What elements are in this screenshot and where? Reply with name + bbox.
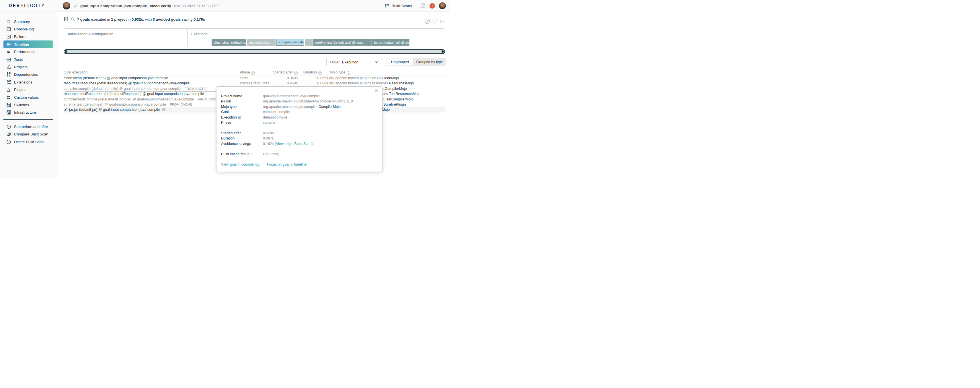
view-goal-in-console-log-link[interactable]: View goal in console log	[221, 163, 259, 166]
sidebar-item-extensions[interactable]: Extensions	[3, 78, 53, 86]
table-row[interactable]: resources:resources (default-resources) …	[64, 81, 445, 86]
sidebar-item-label: Delete Build Scan	[14, 140, 44, 144]
sidebar-item-label: Compare Build Scan	[14, 132, 48, 136]
sidebar-item-label: See before and after	[14, 125, 48, 129]
sidebar-item-failure[interactable]: Failure	[3, 33, 53, 40]
help-icon[interactable]: ?	[251, 71, 255, 75]
build-scan-doc-icon	[64, 17, 68, 22]
slider-handle-left[interactable]	[65, 50, 67, 53]
phase-cell: clean	[240, 75, 248, 81]
sidebar-item-delete-build-scan[interactable]: Delete Build Scan	[3, 138, 53, 145]
order-select[interactable]: Order: Execution	[326, 57, 382, 66]
sidebar-item-projects[interactable]: Projects	[3, 63, 53, 70]
field-value: 0.528s	[263, 131, 274, 136]
alert-badge-icon[interactable]: !	[430, 3, 435, 9]
goal-cell: compiler:testCompile (default-testCompil…	[64, 97, 220, 102]
timeline-bar-clean-clean[interactable]: clean:clean (default-c...	[212, 39, 246, 46]
sidebar-item-performance[interactable]: Performance	[3, 48, 53, 56]
timeline-zoom-controls	[424, 18, 445, 24]
sidebar-item-timeline[interactable]: Timeline	[3, 40, 53, 48]
fit-width-icon[interactable]	[440, 18, 445, 24]
build-title-group: goal-input-comparison-java-compile clean…	[63, 0, 219, 11]
sidebar-item-summary[interactable]: Summary	[3, 18, 53, 25]
build-scans-nav[interactable]: Build Scans	[385, 3, 412, 8]
goal-label: resources:resources (default-resources) …	[64, 81, 189, 86]
expand-icon[interactable]	[162, 108, 166, 112]
sidebar-item-infrastructure[interactable]: Infrastructure	[3, 109, 53, 116]
timeline-bar-compiler-compile[interactable]: compiler:compile (de...	[277, 39, 304, 46]
sidebar-item-tests[interactable]: Tests	[3, 56, 53, 63]
sidebar-item-label: Tests	[14, 57, 23, 62]
ungrouped-button[interactable]: Ungrouped	[387, 59, 413, 65]
field-value: goal-input-comparison-java-compile	[263, 94, 320, 99]
duration-cell: 0.099s	[298, 75, 328, 81]
sidebar-item-label: Switches	[14, 103, 29, 107]
close-icon[interactable]: ✕	[374, 88, 378, 93]
slider-handle-right[interactable]	[442, 50, 444, 53]
started-after-cell: 0.360s	[262, 75, 298, 81]
from-cache-badge: FROM-CACHE	[185, 86, 207, 91]
summary-segment: in	[127, 17, 132, 22]
develocity-timeline-page: DEVELOCITY goal-input-comparison-java-co…	[0, 0, 450, 178]
help-icon[interactable]: ?	[347, 71, 350, 75]
zoom-in-icon[interactable]	[424, 18, 430, 24]
custom-values-icon	[6, 95, 11, 100]
plugins-icon	[6, 87, 11, 92]
goal-cell: compiler:compile (default-compile) @ goa…	[64, 86, 207, 91]
timeline-band: Initialization & configuration Execution…	[64, 29, 445, 47]
field-label: Build cache result›	[221, 152, 263, 157]
sidebar-item-label: Dependencies	[14, 72, 38, 77]
projects-icon	[6, 65, 11, 69]
zoom-out-icon[interactable]	[432, 18, 438, 24]
timeline-bar[interactable]	[305, 39, 312, 46]
chevron-right-icon[interactable]: ›	[251, 152, 252, 156]
history-icon	[6, 124, 11, 129]
timeline-range-slider[interactable]	[64, 49, 445, 54]
main-content: 7 goals executed in 1 project in 0.932s,…	[57, 12, 450, 178]
sidebar-item-see-before-and-after[interactable]: See before and after	[3, 123, 53, 130]
order-select-value: Execution	[342, 60, 358, 64]
popover-field-plugin: Pluginorg.apache.maven.plugins:maven-com…	[221, 99, 379, 104]
sidebar-item-console-log[interactable]: Console log	[3, 25, 53, 33]
phase-exec-label: Execution	[191, 32, 208, 36]
field-label: Plugin	[221, 99, 263, 104]
success-check-icon	[73, 4, 77, 8]
help-icon[interactable]: ?	[420, 3, 425, 8]
popover-field-project-name: Project namegoal-input-comparison-java-c…	[221, 94, 379, 99]
timeline-bar-resources-res[interactable]: resources:res...	[247, 39, 275, 46]
table-row[interactable]: clean:clean (default-clean) @ goal-input…	[64, 75, 445, 81]
popover-field-goal: Goalcompiler:compile	[221, 109, 379, 115]
dependencies-icon	[6, 72, 11, 77]
help-icon[interactable]: ?	[294, 71, 298, 75]
timeline-bar-jar-jar[interactable]: jar:jar (default-jar) @ goal-in...	[372, 39, 409, 46]
popover-field-started-after: Started after0.528s	[221, 131, 379, 136]
timeline-bar-surefire-test[interactable]: surefire:test (default-test) @ goal...	[312, 39, 372, 46]
chevron-right-icon[interactable]: ›	[236, 136, 237, 141]
view-origin-build-scan-link[interactable]: View origin Build Scan	[276, 142, 311, 146]
sidebar-item-compare-build-scan[interactable]: ACompare Build Scan	[3, 130, 53, 138]
build-name[interactable]: goal-input-comparison-java-compile	[80, 4, 147, 8]
popover-section: Project namegoal-input-comparison-java-c…	[221, 94, 379, 125]
phase-divider	[187, 29, 188, 47]
help-icon[interactable]: ?	[318, 71, 322, 75]
goal-label: resources:testResources (default-testRes…	[64, 91, 204, 96]
develocity-logo[interactable]: DEVELOCITY	[9, 3, 45, 8]
search-icon[interactable]	[71, 17, 75, 21]
infrastructure-icon	[6, 110, 11, 115]
svg-text:A: A	[8, 133, 9, 135]
sidebar-item-custom-values[interactable]: Custom values	[3, 94, 53, 101]
console-icon	[6, 27, 11, 32]
field-label: Mojo type	[221, 104, 263, 109]
sidebar-item-plugins[interactable]: Plugins	[3, 86, 53, 94]
build-scans-list-icon	[385, 3, 389, 8]
goal-label: surefire:test (default-test) @ goal-inpu…	[64, 102, 166, 107]
sidebar-item-label: Failure	[14, 34, 25, 39]
sidebar-item-dependencies[interactable]: Dependencies	[3, 71, 53, 78]
grouped-by-type-button[interactable]: Grouped by type	[413, 59, 446, 65]
focus-on-goal-in-timeline-link[interactable]: Focus on goal in timeline	[267, 163, 307, 166]
extensions-icon	[6, 80, 11, 85]
order-select-label: Order:	[330, 60, 340, 64]
sidebar-item-switches[interactable]: Switches	[3, 101, 53, 109]
phase-init-label: Initialization & configuration	[68, 32, 113, 36]
profile-avatar[interactable]	[439, 2, 446, 9]
